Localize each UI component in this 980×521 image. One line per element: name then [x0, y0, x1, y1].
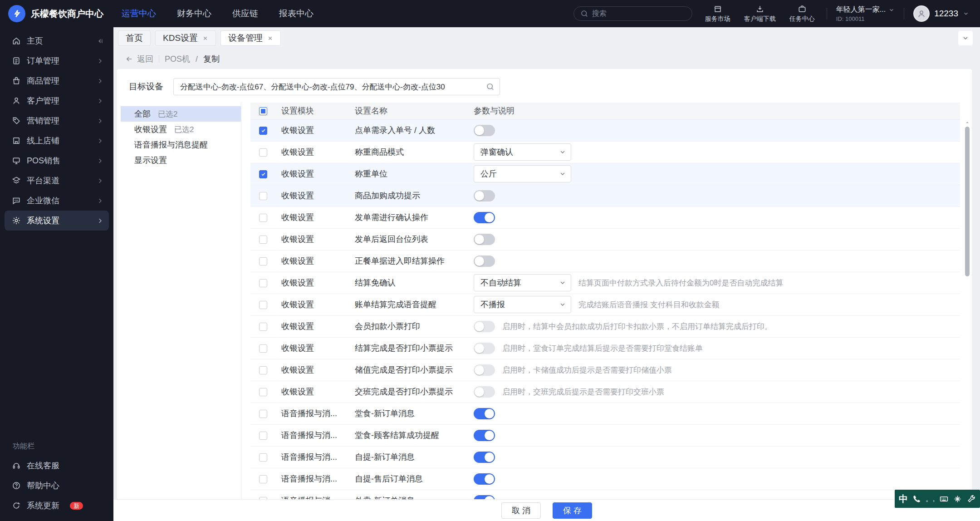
toggle-switch[interactable]	[474, 408, 495, 419]
param-wrap	[474, 234, 960, 245]
cell-setting-name: 堂食-顾客结算成功提醒	[348, 424, 467, 446]
row-checkbox[interactable]	[259, 127, 267, 135]
topnav-item[interactable]: 财务中心	[177, 8, 211, 20]
chevron-right-icon	[97, 157, 103, 164]
toggle-switch[interactable]	[474, 212, 495, 223]
sidebar-item[interactable]: 主页	[5, 31, 109, 51]
toggle-knob	[475, 365, 484, 375]
user-menu[interactable]: 12233	[913, 5, 969, 22]
ime-voice-icon[interactable]	[912, 494, 921, 504]
toggle-switch[interactable]	[474, 256, 495, 267]
sidebar-item[interactable]: 订单管理	[5, 51, 109, 71]
select-dropdown[interactable]: 不播报	[474, 296, 571, 313]
ime-punctuation-toggle[interactable]: 。,	[926, 495, 935, 503]
row-checkbox[interactable]	[259, 148, 267, 157]
chevron-right-icon	[97, 78, 103, 84]
cell-module: 收银设置	[276, 206, 348, 228]
cancel-button[interactable]: 取 消	[501, 502, 541, 519]
category-item[interactable]: 语音播报与消息提醒	[121, 137, 241, 152]
sidebar-item[interactable]: 商品管理	[5, 71, 109, 91]
toggle-switch[interactable]	[474, 430, 495, 441]
row-checkbox[interactable]	[259, 214, 267, 222]
quicklink-item[interactable]: 客户端下载	[744, 5, 776, 23]
row-checkbox[interactable]	[259, 475, 267, 483]
sidebar-footer-item[interactable]: 系统更新新	[5, 496, 109, 516]
tabs-more-button[interactable]	[958, 31, 973, 45]
sidebar-item[interactable]: 平台渠道	[5, 171, 109, 191]
category-item[interactable]: 全部已选2	[121, 106, 241, 122]
sidebar-footer-item[interactable]: 在线客服	[5, 456, 109, 476]
ime-language-toggle[interactable]: 中	[899, 493, 908, 505]
toggle-switch[interactable]	[474, 364, 495, 376]
row-checkbox[interactable]	[259, 388, 267, 396]
close-icon[interactable]	[202, 35, 208, 41]
cell-checkbox	[250, 315, 276, 337]
row-checkbox[interactable]	[259, 432, 267, 440]
tab[interactable]: 设备管理	[220, 30, 281, 46]
toggle-switch[interactable]	[474, 343, 495, 354]
scrollbar-thumb[interactable]	[965, 127, 970, 276]
toggle-switch[interactable]	[474, 495, 495, 500]
topbar-search[interactable]	[573, 6, 692, 21]
collapse-sidebar-icon[interactable]	[97, 38, 103, 44]
row-checkbox[interactable]	[259, 344, 267, 353]
cell-setting-name: 交班完成是否打印小票提示	[348, 381, 467, 403]
table-header-row: 设置模块 设置名称 参数与说明	[250, 103, 960, 119]
sidebar-item[interactable]: 企业微信	[5, 191, 109, 211]
back-button[interactable]: 返回	[125, 54, 153, 64]
scroll-up-icon[interactable]	[965, 120, 970, 125]
sidebar-item[interactable]: 线上店铺	[5, 131, 109, 151]
param-desc: 结算页面中付款方式录入后待付金额为0时是否自动完成结算	[578, 278, 783, 288]
sidebar-item[interactable]: POS销售	[5, 151, 109, 171]
target-device-input[interactable]	[173, 78, 500, 95]
toggle-switch[interactable]	[474, 452, 495, 463]
account-switcher[interactable]: 年轻人第一家... ID: 100011	[836, 5, 895, 22]
sidebar-item[interactable]: 营销管理	[5, 111, 109, 131]
table-row: 收银设置发单需进行确认操作	[250, 206, 960, 228]
search-input[interactable]	[592, 10, 686, 18]
toggle-switch[interactable]	[474, 386, 495, 398]
sidebar-item[interactable]: 客户管理	[5, 91, 109, 111]
row-checkbox[interactable]	[259, 323, 267, 331]
ime-wrench-icon[interactable]	[966, 494, 976, 504]
row-checkbox[interactable]	[259, 301, 267, 309]
toggle-switch[interactable]	[474, 473, 495, 485]
toggle-switch[interactable]	[474, 321, 495, 332]
param-wrap: 公斤	[474, 165, 960, 182]
tab[interactable]: 首页	[118, 30, 151, 46]
row-checkbox[interactable]	[259, 366, 267, 374]
sidebar-item[interactable]: 系统设置	[5, 211, 109, 231]
sidebar-footer-item[interactable]: 帮助中心	[5, 476, 109, 496]
row-checkbox[interactable]	[259, 236, 267, 244]
select-dropdown[interactable]: 公斤	[474, 165, 571, 182]
breadcrumb-section[interactable]: POS机	[165, 54, 190, 64]
toggle-switch[interactable]	[474, 125, 495, 136]
toggle-switch[interactable]	[474, 190, 495, 202]
search-icon[interactable]	[486, 83, 495, 91]
topnav-item[interactable]: 供应链	[232, 8, 258, 20]
toggle-switch[interactable]	[474, 234, 495, 245]
ime-expand-icon[interactable]	[953, 494, 962, 504]
row-checkbox[interactable]	[259, 192, 267, 200]
category-item[interactable]: 收银设置已选2	[121, 122, 241, 137]
row-checkbox[interactable]	[259, 279, 267, 287]
toggle-knob	[475, 387, 484, 397]
quicklink-item[interactable]: 任务中心	[789, 5, 815, 23]
ime-keyboard-icon[interactable]	[939, 494, 949, 504]
category-item[interactable]: 显示设置	[121, 152, 241, 168]
topnav-item[interactable]: 报表中心	[279, 8, 314, 20]
select-dropdown[interactable]: 弹窗确认	[474, 143, 571, 161]
row-checkbox[interactable]	[259, 410, 267, 418]
topnav-item[interactable]: 运营中心	[122, 8, 156, 20]
quicklink-item[interactable]: 服务市场	[705, 5, 730, 23]
scrollbar[interactable]	[965, 119, 970, 499]
chevron-down-icon	[888, 7, 895, 13]
save-button[interactable]: 保 存	[553, 502, 592, 519]
select-all-checkbox[interactable]	[259, 107, 267, 115]
row-checkbox[interactable]	[259, 257, 267, 265]
select-dropdown[interactable]: 不自动结算	[474, 274, 571, 291]
close-icon[interactable]	[267, 35, 273, 41]
row-checkbox[interactable]	[259, 453, 267, 462]
tab[interactable]: KDS设置	[155, 30, 216, 46]
row-checkbox[interactable]	[259, 170, 267, 178]
